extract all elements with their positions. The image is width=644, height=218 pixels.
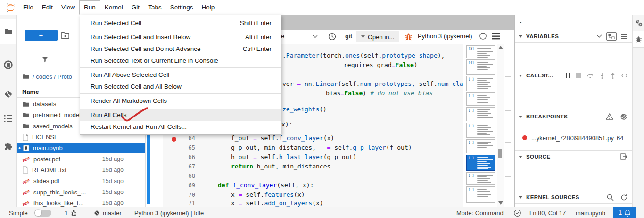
scroll-down-icon[interactable] bbox=[498, 201, 503, 205]
file-row-main-ipynb[interactable]: •main.ipynb bbox=[17, 143, 145, 153]
git-toolbar-label[interactable]: git bbox=[345, 33, 352, 40]
evaluate-icon[interactable] bbox=[621, 73, 627, 78]
file-browser-tab[interactable] bbox=[0, 19, 16, 44]
kernel-name-label[interactable]: Python 3 (ipykernel) bbox=[418, 33, 472, 40]
minimap-cell[interactable]: [ ] bbox=[466, 186, 495, 203]
scroll-up-icon[interactable] bbox=[498, 46, 503, 49]
minimap-scrollbar[interactable] bbox=[497, 44, 504, 207]
menu-item-run-selected-cell-and-all-below[interactable]: Run Selected Cell and All Below bbox=[80, 81, 281, 92]
line-number[interactable]: 66 bbox=[179, 153, 195, 161]
line-number[interactable]: 65 bbox=[179, 143, 195, 152]
line-number[interactable]: 70 bbox=[179, 191, 195, 199]
menu-item-run-selected-cell-and-insert-below[interactable]: Run Selected Cell and Insert BelowAlt+En… bbox=[80, 31, 281, 43]
step-over-icon[interactable] bbox=[587, 73, 594, 78]
file-icon bbox=[22, 134, 29, 141]
menubar-item-settings[interactable]: Settings bbox=[166, 0, 198, 15]
menubar-item-kernel[interactable]: Kernel bbox=[100, 0, 127, 15]
debugger-status[interactable]: 1 bbox=[65, 207, 77, 218]
minimap-cell[interactable]: [ ] bbox=[466, 92, 495, 106]
breakpoints-section-header[interactable]: BREAKPOINTS bbox=[515, 110, 632, 123]
minimap-cell[interactable]: [ ] bbox=[466, 123, 495, 138]
menu-item-restart-kernel-and-run-all-cells-[interactable]: Restart Kernel and Run All Cells... bbox=[80, 121, 281, 133]
simple-mode-toggle[interactable] bbox=[34, 207, 51, 218]
hamburger-icon[interactable] bbox=[492, 33, 500, 40]
cursor-position[interactable]: Ln 80, Col 17 bbox=[529, 207, 566, 218]
menu-item-run-all-cells[interactable]: Run All Cells bbox=[80, 109, 281, 121]
menu-item-run-selected-text-or-current-line-in-console[interactable]: Run Selected Text or Current Line in Con… bbox=[80, 55, 281, 67]
file-row-slides-pdf[interactable]: PDFslides.pdf15d ago bbox=[17, 176, 145, 186]
line-number[interactable]: 68 bbox=[179, 172, 195, 180]
stop-icon[interactable] bbox=[576, 73, 581, 78]
new-launcher-button[interactable]: + bbox=[25, 30, 58, 41]
minimap-cell[interactable]: [ ] bbox=[466, 76, 495, 91]
menubar-item-git[interactable]: Git bbox=[127, 0, 144, 15]
menubar-item-view[interactable]: View bbox=[57, 0, 79, 15]
menubar-item-tabs[interactable]: Tabs bbox=[144, 0, 166, 15]
menubar-item-help[interactable]: Help bbox=[197, 0, 219, 15]
menu-item-shortcut: Alt+Enter bbox=[245, 34, 272, 41]
minimap-cell[interactable]: [ ] bbox=[466, 139, 495, 153]
code-line: x): bbox=[281, 120, 292, 129]
menu-item-render-all-markdown-cells[interactable]: Render All Markdown Cells bbox=[80, 95, 281, 107]
file-row-supp-this-looks-[interactable]: PDFsupp_this_looks_...15d ago bbox=[17, 186, 145, 197]
open-in-button[interactable]: Open in... bbox=[356, 31, 399, 42]
step-out-icon[interactable] bbox=[611, 73, 615, 79]
breakpoint-item[interactable]: ...ykernel_728/3984490851.py 64 bbox=[515, 132, 632, 144]
git-branch[interactable]: master bbox=[93, 207, 122, 218]
minimap-cell[interactable]: [ ] bbox=[466, 172, 495, 185]
file-row-poster-pdf[interactable]: PDFposter.pdf15d ago bbox=[17, 153, 145, 164]
pdf-icon: PDF bbox=[22, 188, 30, 196]
source-section-header[interactable]: SOURCE bbox=[515, 150, 632, 163]
notebook-minimap[interactable]: [5][4][ ][ ][ ][ ][ ][ ][ ][ ] bbox=[465, 44, 497, 207]
file-row-README-txt[interactable]: README.txt15d ago bbox=[17, 165, 145, 176]
table-of-contents-tab[interactable] bbox=[0, 109, 16, 128]
minimap-cell-active[interactable]: [ ] bbox=[466, 155, 495, 171]
debugger-tab[interactable] bbox=[633, 31, 644, 48]
kernel-status-circle-icon[interactable] bbox=[479, 32, 487, 40]
callstack-section-header[interactable]: CALLST... bbox=[515, 69, 632, 82]
debugger-bug-icon[interactable] bbox=[404, 32, 413, 41]
line-number[interactable]: 71 bbox=[179, 199, 195, 207]
menu-item-run-all-above-selected-cell[interactable]: Run All Above Selected Cell bbox=[80, 69, 281, 81]
menu-item-run-selected-cell[interactable]: Run Selected CellShift+Enter bbox=[80, 17, 281, 29]
open-source-icon[interactable] bbox=[620, 153, 627, 160]
minimap-cell[interactable]: [4] bbox=[466, 59, 495, 75]
list-view-icon[interactable] bbox=[621, 34, 627, 39]
step-in-icon[interactable] bbox=[600, 73, 604, 79]
chevron-down-icon[interactable] bbox=[313, 35, 318, 38]
property-inspector-tab[interactable] bbox=[633, 15, 644, 31]
menu-item-run-selected-cell-and-do-not-advance[interactable]: Run Selected Cell and Do not AdvanceCtrl… bbox=[80, 43, 281, 55]
git-tab[interactable] bbox=[0, 84, 16, 103]
minimap-cell[interactable]: [ ] bbox=[466, 107, 495, 121]
filter-icon[interactable] bbox=[41, 55, 49, 63]
line-number[interactable]: 67 bbox=[179, 162, 195, 171]
chevron-down-icon[interactable] bbox=[596, 34, 602, 38]
kernel-status-label[interactable]: Python 3 (ipykernel) | Idle bbox=[134, 207, 204, 218]
cell-type-dropdown[interactable]: e bbox=[281, 33, 284, 40]
menubar-item-run[interactable]: Run bbox=[79, 0, 100, 15]
menubar-item-edit[interactable]: Edit bbox=[38, 0, 57, 15]
search-icon[interactable] bbox=[607, 194, 614, 201]
pause-icon[interactable] bbox=[566, 73, 570, 78]
scrollbar-thumb[interactable] bbox=[498, 149, 502, 158]
line-number[interactable]: 64 bbox=[179, 134, 195, 143]
file-modified-date: 15d ago bbox=[102, 156, 145, 162]
line-number[interactable]: 69 bbox=[179, 181, 195, 190]
trust-indicator[interactable] bbox=[513, 207, 521, 218]
variables-section-header[interactable]: VARIABLES bbox=[515, 30, 632, 43]
warning-icon[interactable] bbox=[606, 113, 613, 120]
menubar-item-file[interactable]: File bbox=[19, 0, 38, 15]
minimap-cell[interactable]: [5] bbox=[466, 45, 495, 58]
running-kernels-tab[interactable] bbox=[0, 55, 16, 74]
notification-badge[interactable]: 1 bbox=[613, 207, 636, 218]
refresh-icon[interactable] bbox=[620, 194, 627, 201]
kernel-sources-section-header[interactable]: KERNEL SOURCES bbox=[515, 191, 632, 204]
new-folder-icon[interactable] bbox=[61, 31, 70, 40]
remove-breakpoints-icon[interactable] bbox=[620, 113, 627, 120]
extensions-tab[interactable] bbox=[0, 136, 16, 155]
mode-indicator[interactable]: Mode: Command bbox=[456, 207, 504, 218]
tree-view-icon[interactable] bbox=[606, 32, 617, 41]
checkpoint-clock-icon[interactable] bbox=[328, 33, 336, 41]
breadcrumb[interactable]: / codes / Proto bbox=[22, 73, 72, 80]
breakpoint-dot[interactable] bbox=[172, 137, 176, 142]
